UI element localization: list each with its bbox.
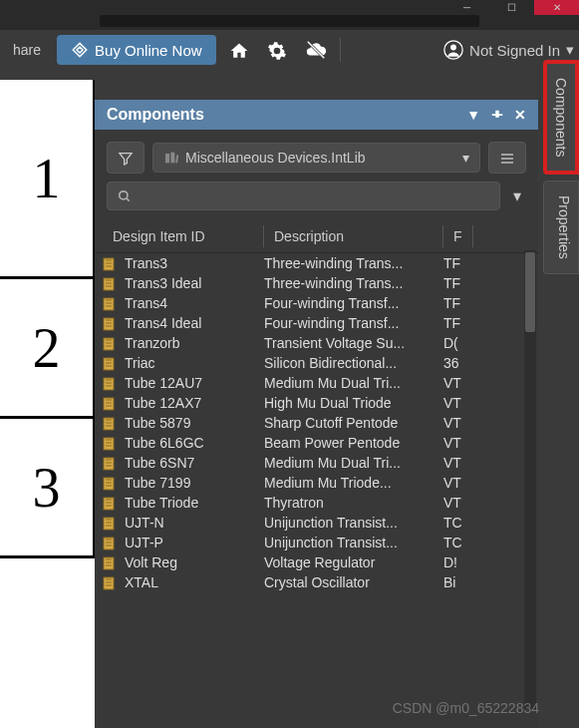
schematic-cell[interactable]: 2: [0, 279, 95, 419]
cell-f: VT: [443, 435, 473, 451]
component-icon: [95, 295, 123, 311]
panel-menu-button[interactable]: [488, 142, 526, 174]
buy-online-button[interactable]: Buy Online Now: [57, 35, 216, 65]
main-toolbar: hare Buy Online Now Not Signed In ▾: [0, 30, 579, 70]
cell-id: Trans3: [123, 255, 264, 271]
search-dropdown[interactable]: ▾: [508, 182, 526, 210]
table-row[interactable]: Trans4 IdealFour-winding Transf...TF: [95, 313, 538, 333]
cell-id: Trans3 Ideal: [123, 275, 264, 291]
library-icon: [163, 150, 179, 166]
table-row[interactable]: Tube 7199Medium Mu Triode...VT: [95, 473, 538, 493]
cell-id: Trans4: [123, 295, 264, 311]
table-row[interactable]: Tube 6SN7Medium Mu Dual Tri...VT: [95, 453, 538, 473]
svg-rect-6: [165, 154, 169, 163]
cell-id: Tube Triode: [123, 495, 264, 511]
altium-logo-icon: [71, 41, 89, 59]
panel-toolbar: Miscellaneous Devices.IntLib ▾: [95, 130, 538, 182]
svg-point-12: [120, 190, 128, 198]
cell-id: XTAL: [123, 574, 264, 590]
column-design-item-id[interactable]: Design Item ID: [95, 225, 264, 247]
address-input[interactable]: [100, 15, 479, 27]
component-icon: [95, 315, 123, 331]
cell-f: D!: [443, 554, 473, 570]
components-table: Design Item ID Description F Trans3Three…: [95, 220, 538, 728]
cell-desc: Unijunction Transist...: [264, 535, 443, 550]
side-tab-components[interactable]: Components: [543, 60, 579, 175]
schematic-area: 1 2 3: [0, 80, 95, 728]
table-row[interactable]: UJT-NUnijunction Transist...TC: [95, 513, 538, 533]
table-header: Design Item ID Description F: [95, 220, 538, 253]
svg-point-3: [450, 45, 456, 51]
buy-label: Buy Online Now: [95, 42, 202, 59]
table-row[interactable]: Trans4Four-winding Transf...TF: [95, 293, 538, 313]
panel-close-icon[interactable]: ✕: [514, 107, 526, 123]
cell-desc: Medium Mu Dual Tri...: [264, 455, 443, 471]
table-row[interactable]: UJT-PUnijunction Transist...TC: [95, 533, 538, 552]
schematic-cell[interactable]: 1: [0, 80, 95, 279]
schematic-cell[interactable]: 3: [0, 419, 95, 558]
panel-header-controls: ▼ ✕: [466, 107, 526, 123]
table-row[interactable]: Volt RegVoltage RegulatorD!: [95, 552, 538, 572]
signin-button[interactable]: Not Signed In ▾: [443, 40, 574, 60]
search-icon: [118, 189, 132, 203]
table-row[interactable]: Tube 5879Sharp Cutoff PentodeVT: [95, 413, 538, 433]
hamburger-icon: [499, 151, 515, 167]
scrollbar[interactable]: [524, 250, 536, 709]
close-window-button[interactable]: ✕: [534, 0, 579, 15]
cell-desc: Thyratron: [264, 495, 443, 511]
panel-title: Components: [107, 106, 204, 124]
search-box[interactable]: [107, 182, 500, 210]
table-row[interactable]: Tube 6L6GCBeam Power PentodeVT: [95, 433, 538, 453]
chevron-down-icon: ▾: [566, 41, 574, 59]
minimize-button[interactable]: ─: [444, 0, 489, 15]
column-description[interactable]: Description: [264, 225, 443, 247]
share-button[interactable]: hare: [5, 37, 49, 63]
panel-pin-icon[interactable]: [490, 107, 504, 123]
cell-desc: Four-winding Transf...: [264, 315, 443, 331]
table-row[interactable]: Trans3 IdealThree-winding Trans...TF: [95, 273, 538, 293]
panel-dropdown-icon[interactable]: ▼: [466, 107, 480, 123]
cloud-off-icon[interactable]: [300, 34, 332, 66]
library-name: Miscellaneous Devices.IntLib: [185, 150, 366, 166]
svg-line-13: [127, 197, 130, 200]
funnel-icon: [118, 151, 134, 167]
svg-rect-8: [175, 155, 178, 163]
cell-id: Tranzorb: [123, 335, 264, 351]
divider: [340, 38, 341, 62]
component-icon: [95, 335, 123, 351]
cell-f: 36: [443, 355, 473, 371]
side-tab-properties[interactable]: Properties: [543, 181, 579, 274]
cell-id: Tube 5879: [123, 415, 264, 431]
table-row[interactable]: Trans3Three-winding Trans...TF: [95, 253, 538, 273]
table-row[interactable]: Tube 12AX7High Mu Dual TriodeVT: [95, 393, 538, 413]
scrollbar-thumb[interactable]: [525, 252, 535, 332]
table-row[interactable]: TriacSilicon Bidirectional...36: [95, 353, 538, 373]
svg-rect-5: [492, 114, 503, 116]
component-icon: [95, 495, 123, 511]
cell-desc: Silicon Bidirectional...: [264, 355, 443, 371]
signin-label: Not Signed In: [469, 42, 560, 59]
table-row[interactable]: Tube TriodeThyratronVT: [95, 493, 538, 513]
gear-icon[interactable]: [262, 34, 292, 65]
filter-button[interactable]: [107, 142, 145, 174]
cell-f: TC: [443, 535, 473, 550]
table-row[interactable]: TranzorbTransient Voltage Su...D(: [95, 333, 538, 353]
address-bar: [0, 15, 579, 30]
cell-id: Tube 6SN7: [123, 455, 264, 471]
cell-desc: Four-winding Transf...: [264, 295, 443, 311]
cell-f: VT: [443, 475, 473, 491]
table-body: Trans3Three-winding Trans...TFTrans3 Ide…: [95, 253, 538, 722]
svg-rect-9: [501, 154, 513, 155]
cell-f: D(: [443, 335, 473, 351]
column-f[interactable]: F: [443, 225, 473, 247]
search-input[interactable]: [138, 188, 489, 204]
component-icon: [95, 574, 123, 590]
table-row[interactable]: XTALCrystal OscillatorBi: [95, 572, 538, 592]
library-select[interactable]: Miscellaneous Devices.IntLib ▾: [152, 143, 480, 173]
maximize-button[interactable]: ☐: [489, 0, 534, 15]
table-row[interactable]: Tube 12AU7Medium Mu Dual Tri...VT: [95, 373, 538, 393]
panel-header: Components ▼ ✕: [95, 100, 538, 130]
component-icon: [95, 375, 123, 391]
home-icon[interactable]: [224, 34, 254, 65]
side-tabs: Components Properties: [543, 60, 579, 274]
